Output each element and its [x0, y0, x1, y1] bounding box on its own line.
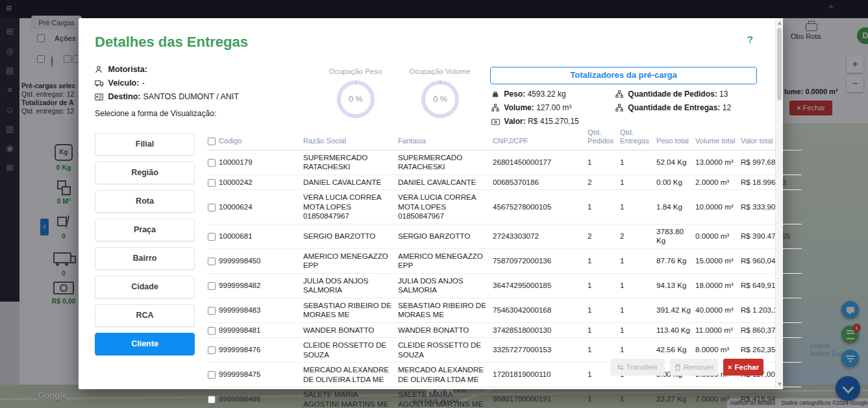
trash-icon — [675, 364, 681, 371]
orders-icon — [615, 90, 626, 100]
cell-volume_total: 2.0000 m³ — [695, 174, 741, 189]
cell-razao_social: WANDER BONATTO — [303, 322, 398, 337]
id-card-icon — [95, 93, 106, 102]
cell-razao_social: VERA LUCIA CORREA MOTA LOPES 01850847967 — [303, 190, 398, 224]
cell-razao_social: CLEIDE ROSSETTO DE SOUZA — [303, 338, 398, 363]
view-button-2[interactable]: Região — [95, 162, 195, 184]
view-button-1[interactable]: Filial — [95, 133, 195, 156]
row-checkbox[interactable] — [208, 346, 216, 354]
transfer-button[interactable]: ⇆Transferir — [610, 359, 665, 376]
table-row: 10000681SERGIO BARZOTTOSERGIO BARZOTTO27… — [208, 224, 802, 248]
scroll-down-arrow[interactable] — [778, 383, 782, 386]
cell-fantasia: CLEIDE ROSSETTO DE SOUZA — [398, 338, 493, 363]
truck-icon — [95, 79, 106, 89]
cell-cnpj_cpf: 26801450000177 — [493, 150, 588, 174]
row-checkbox[interactable] — [208, 371, 216, 379]
weight-icon — [491, 90, 502, 100]
cell-volume_total: 11.0000 m³ — [695, 322, 741, 337]
cell-qtd_pedidos: 1 — [588, 150, 620, 174]
row-checkbox[interactable] — [208, 204, 216, 211]
column-header: Peso total — [656, 128, 695, 150]
cell-valor_total: R$ 18.996,18 — [741, 174, 802, 189]
cell-valor_total: R$ 997,68 — [741, 150, 802, 174]
totals-header-button[interactable]: Totalizadores da pré-carga — [490, 67, 757, 84]
cell-codigo: 10000179 — [208, 150, 303, 174]
column-header: Qtd. Entregas — [620, 128, 656, 150]
delivery-details-modal: Detalhes das Entregas ? Motorista: Veícu… — [79, 18, 783, 389]
cell-cnpj_cpf: 27243303072 — [493, 224, 588, 248]
cell-cnpj_cpf: 95801700000191 — [493, 387, 588, 408]
sitemap-icon — [491, 104, 502, 114]
cell-volume_total: 10.0000 m³ — [695, 190, 741, 224]
cell-fantasia: VERA LUCIA CORREA MOTA LOPES 01850847967 — [398, 190, 493, 224]
destination-row: Destino:SANTOS DUMONT / ANIT — [95, 92, 239, 102]
row-checkbox[interactable] — [208, 396, 216, 403]
cell-qtd_entregas: 1 — [620, 273, 656, 298]
view-button-3[interactable]: Rota — [95, 190, 195, 213]
view-button-6[interactable]: Cidade — [95, 276, 195, 298]
cell-codigo: 9999998482 — [208, 273, 303, 298]
column-header: Valor total — [741, 128, 802, 150]
cell-razao_social: MERCADO ALEXANDRE DE OLIVEIRA LTDA ME — [303, 363, 398, 387]
table-row: 9999998483SEBASTIAO RIBEIRO DE MORAES ME… — [208, 298, 802, 322]
remove-button[interactable]: Remover — [670, 359, 718, 376]
row-checkbox[interactable] — [208, 159, 216, 167]
row-checkbox[interactable] — [208, 327, 216, 335]
cell-qtd_pedidos: 1 — [588, 322, 620, 337]
driver-row: Motorista: — [95, 65, 150, 75]
row-checkbox[interactable] — [208, 233, 216, 241]
cell-fantasia: SERGIO BARZOTTO — [398, 224, 493, 248]
table-row: 9999998481WANDER BONATTOWANDER BONATTO37… — [208, 322, 802, 337]
cell-qtd_pedidos: 1 — [588, 273, 620, 298]
cell-fantasia: AMERICO MENEGAZZO EPP — [398, 248, 493, 273]
column-header: Fantasia — [398, 128, 493, 150]
row-checkbox[interactable] — [208, 179, 216, 187]
modal-scrollbar[interactable] — [775, 18, 783, 389]
row-checkbox[interactable] — [208, 282, 216, 290]
cell-fantasia: SALETE MARIA AGOSTINI MARTINS ME — [398, 387, 493, 408]
help-icon[interactable]: ? — [747, 34, 753, 45]
transfer-icon: ⇆ — [617, 363, 624, 371]
cell-valor_total: R$ 860,37 — [741, 322, 802, 337]
view-button-4[interactable]: Praça — [95, 219, 195, 241]
table-row: 10000624VERA LUCIA CORREA MOTA LOPES 018… — [208, 190, 802, 224]
cell-razao_social: JULIA DOS ANJOS SALMORIA — [303, 273, 398, 298]
cell-peso_total: 1.84 Kg — [656, 190, 695, 224]
cell-fantasia: JULIA DOS ANJOS SALMORIA — [398, 273, 493, 298]
cell-qtd_pedidos: 1 — [588, 248, 620, 273]
cell-qtd_pedidos: 1 — [588, 298, 620, 322]
view-button-8[interactable]: Cliente — [95, 333, 195, 355]
cell-peso_total: 3783.80 Kg — [656, 224, 695, 248]
cell-volume_total: 0.0000 m³ — [695, 224, 741, 248]
cell-valor_total: R$ 418,94 — [741, 387, 802, 408]
cell-codigo: 10000681 — [208, 224, 303, 248]
vehicle-row: Veículo:- — [95, 78, 145, 89]
cell-qtd_entregas: 1 — [620, 298, 656, 322]
table-row: 9999998486SALETE MARIA AGOSTINI MARTINS … — [208, 387, 802, 408]
row-checkbox[interactable] — [208, 258, 216, 265]
view-button-5[interactable]: Bairro — [95, 247, 195, 270]
close-modal-button[interactable]: ×Fechar — [723, 359, 763, 376]
cell-razao_social: SEBASTIAO RIBEIRO DE MORAES ME — [303, 298, 398, 322]
cell-qtd_entregas: 1 — [620, 387, 656, 408]
gauge-volume: 0 % — [421, 80, 459, 118]
cell-codigo: 9999998450 — [208, 248, 303, 273]
table-row: 9999998450AMERICO MENEGAZZO EPPAMERICO M… — [208, 248, 802, 273]
select-view-label: Selecione a forma de Visualização: — [95, 109, 216, 118]
select-all-checkbox[interactable] — [208, 138, 216, 145]
cell-qtd_pedidos: 2 — [588, 224, 620, 248]
scrollbar-thumb[interactable] — [777, 28, 782, 101]
cell-valor_total: R$ 960,04 — [741, 248, 802, 273]
cell-cnpj_cpf: 17201819000110 — [493, 363, 588, 387]
cell-qtd_entregas: 1 — [620, 150, 656, 174]
view-button-7[interactable]: RCA — [95, 304, 195, 327]
cell-peso_total: 87.76 Kg — [656, 248, 695, 273]
cell-razao_social: SALETE MARIA AGOSTINI MARTINS ME — [303, 387, 398, 408]
cell-valor_total: R$ 1.203,13 — [741, 298, 802, 322]
cell-qtd_entregas: 1 — [620, 174, 656, 189]
cell-peso_total: 52.04 Kg — [656, 150, 695, 174]
cell-cnpj_cpf: 45675278000105 — [493, 190, 588, 224]
cell-qtd_pedidos: 2 — [588, 174, 620, 189]
scroll-up-arrow[interactable] — [778, 21, 782, 25]
row-checkbox[interactable] — [208, 307, 216, 315]
